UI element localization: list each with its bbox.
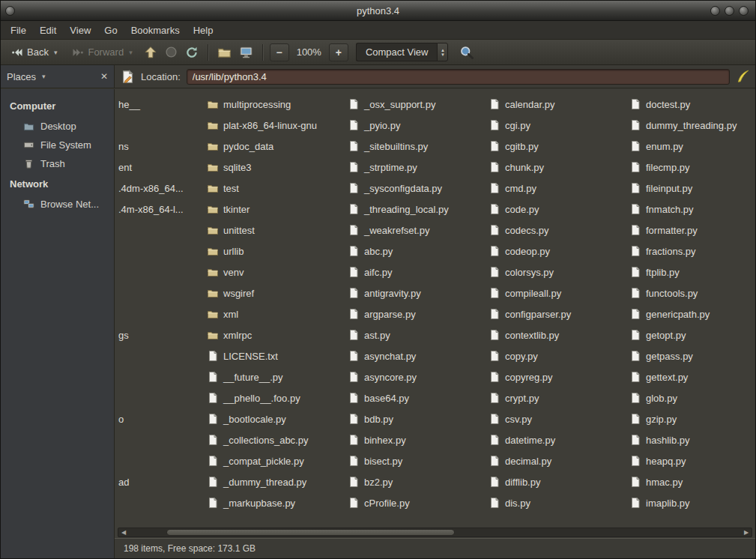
- file-item[interactable]: code.py: [487, 199, 626, 220]
- folder-item[interactable]: venv: [205, 262, 345, 282]
- menu-go[interactable]: Go: [97, 22, 124, 38]
- file-item[interactable]: dummy_threading.py: [628, 115, 755, 136]
- file-item[interactable]: codeop.py: [487, 241, 626, 262]
- sidebar-item-trash[interactable]: Trash: [1, 154, 114, 173]
- window-menu-button[interactable]: [5, 6, 15, 16]
- folder-item[interactable]: urllib: [205, 241, 345, 262]
- file-item[interactable]: binhex.py: [346, 429, 486, 450]
- file-item[interactable]: _osx_support.py: [346, 94, 486, 115]
- file-item-clipped[interactable]: ent: [117, 157, 132, 178]
- file-item[interactable]: asynchat.py: [346, 345, 486, 366]
- file-item[interactable]: argparse.py: [346, 303, 486, 324]
- file-item[interactable]: __phello__.foo.py: [205, 387, 345, 408]
- file-item[interactable]: bisect.py: [346, 450, 486, 471]
- file-item[interactable]: enum.py: [628, 136, 755, 157]
- menu-bookmarks[interactable]: Bookmarks: [124, 22, 187, 38]
- file-item[interactable]: copy.py: [487, 345, 626, 366]
- scrollbar-thumb[interactable]: [166, 529, 455, 536]
- file-item[interactable]: genericpath.py: [628, 303, 755, 324]
- file-item[interactable]: _threading_local.py: [346, 199, 486, 220]
- minimize-button[interactable]: [710, 6, 720, 16]
- file-item[interactable]: _compat_pickle.py: [205, 450, 345, 471]
- file-item-clipped[interactable]: .4m-x86_64-l...: [117, 199, 184, 220]
- location-input[interactable]: [187, 69, 730, 85]
- file-item[interactable]: gzip.py: [628, 408, 755, 429]
- folder-item[interactable]: xmlrpc: [205, 324, 345, 345]
- file-item[interactable]: formatter.py: [628, 220, 755, 241]
- open-folder-button[interactable]: [215, 43, 234, 61]
- file-item[interactable]: cgitb.py: [487, 136, 626, 157]
- file-item[interactable]: antigravity.py: [346, 282, 486, 303]
- file-list-area[interactable]: multiprocessingplat-x86_64-linux-gnupydo…: [115, 89, 755, 558]
- file-item[interactable]: difflib.py: [487, 471, 626, 492]
- menu-file[interactable]: File: [4, 22, 33, 38]
- file-item[interactable]: datetime.py: [487, 429, 626, 450]
- file-item[interactable]: colorsys.py: [487, 262, 626, 282]
- file-item[interactable]: base64.py: [346, 387, 486, 408]
- menu-edit[interactable]: Edit: [33, 22, 63, 38]
- edit-path-icon[interactable]: [121, 70, 135, 84]
- file-item[interactable]: doctest.py: [628, 94, 755, 115]
- file-item[interactable]: decimal.py: [487, 450, 626, 471]
- file-item[interactable]: codecs.py: [487, 220, 626, 241]
- file-item-clipped[interactable]: o: [117, 408, 124, 429]
- back-dropdown-icon[interactable]: ▾: [54, 49, 58, 56]
- file-item[interactable]: glob.py: [628, 387, 755, 408]
- file-item-clipped[interactable]: gs: [117, 324, 129, 345]
- maximize-button[interactable]: [725, 6, 734, 16]
- file-item-clipped[interactable]: ad: [117, 471, 129, 492]
- file-item[interactable]: fileinput.py: [628, 178, 755, 199]
- file-item-clipped[interactable]: .4dm-x86_64...: [117, 178, 184, 199]
- folder-item[interactable]: test: [205, 178, 345, 199]
- sidebar-item-desktop[interactable]: Desktop: [1, 117, 114, 136]
- sidebar-item-file-system[interactable]: File System: [1, 136, 114, 154]
- places-close-icon[interactable]: ✕: [100, 71, 108, 82]
- reload-button[interactable]: [183, 43, 201, 61]
- file-item[interactable]: contextlib.py: [487, 324, 626, 345]
- scroll-right-icon[interactable]: ▶: [741, 528, 752, 537]
- file-item[interactable]: getopt.py: [628, 324, 755, 345]
- sidebar-item-browse-network[interactable]: Browse Net...: [1, 195, 114, 214]
- folder-item[interactable]: multiprocessing: [205, 94, 345, 115]
- file-item[interactable]: heapq.py: [628, 450, 755, 471]
- file-item[interactable]: compileall.py: [487, 282, 626, 303]
- file-item[interactable]: LICENSE.txt: [205, 345, 345, 366]
- menu-view[interactable]: View: [63, 22, 97, 38]
- go-up-button[interactable]: [142, 43, 160, 61]
- forward-dropdown-icon[interactable]: ▾: [129, 49, 133, 56]
- file-item[interactable]: bdb.py: [346, 408, 486, 429]
- menu-help[interactable]: Help: [187, 22, 220, 38]
- open-terminal-button[interactable]: [237, 43, 255, 61]
- file-item-clipped[interactable]: ns: [117, 136, 129, 157]
- file-item[interactable]: asyncore.py: [346, 366, 486, 387]
- file-item[interactable]: gettext.py: [628, 366, 755, 387]
- scroll-left-icon[interactable]: ◀: [118, 528, 129, 537]
- scrollbar-track[interactable]: [129, 528, 741, 537]
- quill-icon[interactable]: [736, 70, 749, 83]
- file-item[interactable]: ast.py: [346, 324, 486, 345]
- file-item[interactable]: _dummy_thread.py: [205, 471, 345, 492]
- file-item[interactable]: _sitebuiltins.py: [346, 136, 486, 157]
- file-item[interactable]: cProfile.py: [346, 492, 486, 513]
- file-item[interactable]: chunk.py: [487, 157, 626, 178]
- file-item[interactable]: bz2.py: [346, 471, 486, 492]
- file-item[interactable]: configparser.py: [487, 303, 626, 324]
- file-item[interactable]: _bootlocale.py: [205, 408, 345, 429]
- folder-item[interactable]: pydoc_data: [205, 136, 345, 157]
- zoom-in-button[interactable]: +: [329, 43, 348, 61]
- folder-item[interactable]: tkinter: [205, 199, 345, 220]
- file-item[interactable]: fnmatch.py: [628, 199, 755, 220]
- file-item[interactable]: _markupbase.py: [205, 492, 345, 513]
- places-selector-icon[interactable]: ▾: [42, 73, 46, 80]
- search-button[interactable]: [457, 43, 477, 62]
- file-item[interactable]: cmd.py: [487, 178, 626, 199]
- file-item[interactable]: hashlib.py: [628, 429, 755, 450]
- file-item[interactable]: _sysconfigdata.py: [346, 178, 486, 199]
- view-mode-combobox[interactable]: Compact View ▲▼: [356, 43, 449, 61]
- file-item[interactable]: cgi.py: [487, 115, 626, 136]
- file-item[interactable]: filecmp.py: [628, 157, 755, 178]
- view-mode-spinner[interactable]: ▲▼: [437, 43, 448, 61]
- back-button[interactable]: Back ▾: [5, 43, 63, 62]
- file-item[interactable]: _strptime.py: [346, 157, 486, 178]
- folder-item[interactable]: sqlite3: [205, 157, 345, 178]
